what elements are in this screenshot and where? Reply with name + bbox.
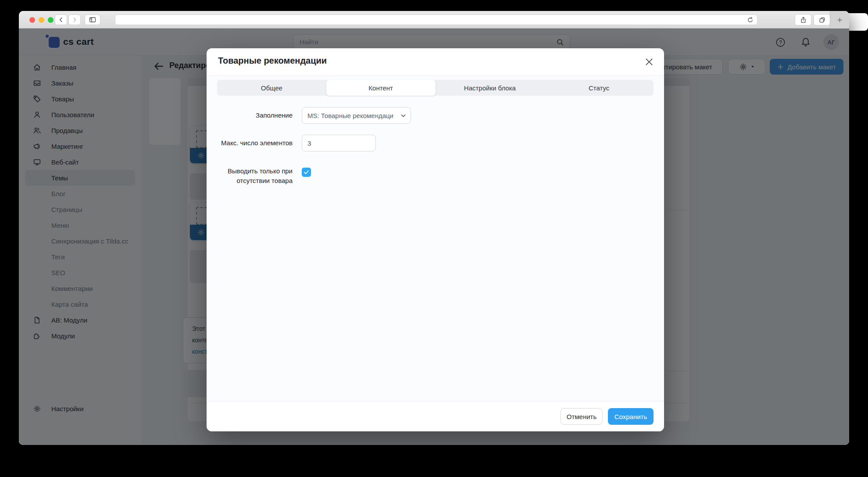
display-only-label-line1: Выводить только при — [228, 167, 293, 175]
check-icon — [304, 169, 309, 175]
browser-window: cs cart ? АГ Глав — [19, 11, 849, 445]
window-close-button[interactable] — [29, 17, 35, 23]
browser-address-bar[interactable] — [115, 14, 757, 25]
max-items-input[interactable] — [302, 135, 376, 151]
filling-select-value: MS: Товарные рекомендаци — [307, 112, 393, 119]
window-minimize-button[interactable] — [39, 17, 44, 23]
modal-header: Товарные рекомендации — [207, 48, 664, 76]
filling-select[interactable]: MS: Товарные рекомендаци — [302, 107, 411, 124]
chevron-down-icon — [400, 112, 407, 119]
modal-tab-3[interactable]: Статус — [544, 80, 654, 96]
display-only-checkbox[interactable] — [302, 168, 311, 177]
cancel-label: Отменить — [567, 413, 597, 420]
display-only-label: Выводить только при отсутствии товара — [217, 166, 293, 186]
product-recommendations-modal: Товарные рекомендации ОбщееКонтентНастро… — [207, 48, 664, 431]
cancel-button[interactable]: Отменить — [561, 408, 603, 425]
modal-tab-0[interactable]: Общее — [217, 80, 326, 96]
display-only-label-line2: отсутствии товара — [236, 177, 293, 184]
modal-tab-1[interactable]: Контент — [326, 80, 436, 96]
window-fullscreen-button[interactable] — [48, 17, 54, 23]
modal-tab-label: Настройки блока — [464, 84, 516, 92]
screenshot-stage: cs cart ? АГ Глав — [0, 0, 868, 477]
chevron-right-icon — [71, 16, 78, 23]
browser-forward-button[interactable] — [68, 14, 81, 25]
close-icon[interactable] — [644, 57, 654, 67]
share-icon — [800, 16, 807, 24]
browser-tabs-overview-button[interactable] — [814, 14, 830, 25]
reload-icon[interactable] — [747, 16, 754, 24]
modal-tab-label: Контент — [368, 84, 393, 92]
plus-icon — [836, 17, 843, 23]
browser-back-button[interactable] — [55, 14, 67, 25]
tabs-overview-icon — [818, 16, 826, 24]
save-label: Сохранить — [614, 413, 647, 420]
modal-title: Товарные рекомендации — [218, 56, 327, 66]
admin-app: cs cart ? АГ Глав — [19, 29, 849, 445]
browser-new-tab-button[interactable] — [830, 11, 849, 29]
browser-toolbar — [19, 11, 849, 29]
modal-footer: Отменить Сохранить — [207, 401, 664, 431]
chevron-left-icon — [57, 16, 64, 23]
max-items-label: Макс. число элементов — [217, 135, 293, 151]
modal-tab-bar: ОбщееКонтентНастройки блокаСтатус — [217, 80, 654, 96]
browser-share-button[interactable] — [795, 14, 811, 25]
modal-tab-label: Статус — [589, 84, 609, 92]
sidebar-toggle-icon — [89, 16, 96, 24]
modal-tab-label: Общее — [261, 84, 282, 92]
save-button[interactable]: Сохранить — [608, 408, 654, 425]
browser-sidebar-toggle-button[interactable] — [85, 14, 100, 25]
filling-label: Заполнение — [217, 107, 293, 124]
modal-body: ОбщееКонтентНастройки блокаСтатус Заполн… — [207, 76, 664, 402]
modal-tab-2[interactable]: Настройки блока — [436, 80, 545, 96]
